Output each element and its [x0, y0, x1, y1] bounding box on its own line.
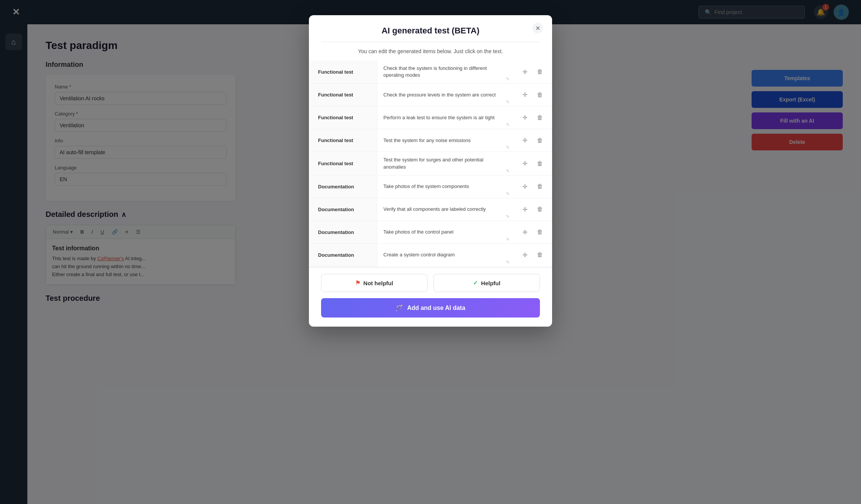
- delete-row-icon[interactable]: 🗑: [534, 66, 546, 78]
- test-category: Functional test: [309, 106, 377, 129]
- test-desc-text: Verify that all components are labeled c…: [383, 206, 506, 213]
- test-description[interactable]: Take photos of the system components ✎: [377, 175, 513, 198]
- table-row: Documentation Take photos of the system …: [309, 175, 552, 198]
- drag-icon[interactable]: ✛: [519, 249, 531, 261]
- drag-icon[interactable]: ✛: [519, 112, 531, 124]
- edit-hint-icon: ✎: [506, 260, 510, 265]
- modal-divider: [321, 42, 540, 42]
- helpful-label: Helpful: [481, 280, 500, 286]
- not-helpful-icon: ⚑: [355, 280, 360, 286]
- test-description[interactable]: Create a system control diagram ✎: [377, 244, 513, 266]
- table-row: Functional test Perform a leak test to e…: [309, 106, 552, 129]
- test-category: Documentation: [309, 221, 377, 243]
- drag-icon[interactable]: ✛: [519, 180, 531, 193]
- test-description[interactable]: Check that the system is functioning in …: [377, 60, 513, 83]
- table-row: Functional test Check that the system is…: [309, 60, 552, 84]
- test-description[interactable]: Test the system for any noise emissions …: [377, 129, 513, 152]
- test-description[interactable]: Take photos of the control panel ✎: [377, 221, 513, 243]
- table-row: Documentation Verify that all components…: [309, 198, 552, 221]
- table-row: Documentation Create a system control di…: [309, 244, 552, 267]
- test-desc-text: Perform a leak test to ensure the system…: [383, 114, 506, 121]
- test-desc-text: Check that the system is functioning in …: [383, 65, 506, 79]
- edit-hint-icon: ✎: [506, 145, 510, 150]
- test-row-actions: ✛ 🗑: [513, 221, 552, 243]
- test-row-actions: ✛ 🗑: [513, 60, 552, 83]
- test-desc-text: Test the system for any noise emissions: [383, 137, 506, 144]
- test-description[interactable]: Perform a leak test to ensure the system…: [377, 106, 513, 129]
- drag-icon[interactable]: ✛: [519, 134, 531, 147]
- drag-icon[interactable]: ✛: [519, 203, 531, 215]
- modal-title: AI generated test (BETA): [321, 26, 540, 36]
- table-row: Documentation Take photos of the control…: [309, 221, 552, 244]
- test-row-actions: ✛ 🗑: [513, 84, 552, 106]
- edit-hint-icon: ✎: [506, 237, 510, 242]
- test-description[interactable]: Ensure that a complete system documentat…: [377, 267, 513, 267]
- modal-subtitle: You can edit the generated items below. …: [321, 48, 540, 54]
- delete-row-icon[interactable]: 🗑: [534, 203, 546, 215]
- drag-icon[interactable]: ✛: [519, 66, 531, 78]
- delete-row-icon[interactable]: 🗑: [534, 89, 546, 101]
- modal-header: AI generated test (BETA) ✕ You can edit …: [309, 15, 552, 60]
- not-helpful-label: Not helpful: [363, 280, 393, 286]
- helpful-button[interactable]: ✓ Helpful: [434, 274, 540, 292]
- not-helpful-button[interactable]: ⚑ Not helpful: [321, 274, 427, 292]
- edit-hint-icon: ✎: [506, 169, 510, 174]
- drag-icon[interactable]: ✛: [519, 226, 531, 238]
- delete-row-icon[interactable]: 🗑: [534, 158, 546, 170]
- test-row-actions: ✛ 🗑: [513, 175, 552, 198]
- test-category: Documentation: [309, 244, 377, 266]
- test-category: Functional test: [309, 60, 377, 83]
- test-desc-text: Take photos of the control panel: [383, 229, 506, 235]
- table-row: Functional test Check the pressure level…: [309, 84, 552, 106]
- table-row: Functional test Test the system for any …: [309, 129, 552, 152]
- test-category: Documentation: [309, 175, 377, 198]
- test-category: Functional test: [309, 152, 377, 175]
- test-row-actions: ✛ 🗑: [513, 106, 552, 129]
- test-row-actions: ✛ 🗑: [513, 129, 552, 152]
- delete-row-icon[interactable]: 🗑: [534, 134, 546, 147]
- edit-hint-icon: ✎: [506, 77, 510, 82]
- test-desc-text: Check the pressure levels in the system …: [383, 92, 506, 98]
- edit-hint-icon: ✎: [506, 122, 510, 127]
- delete-row-icon[interactable]: 🗑: [534, 226, 546, 238]
- edit-hint-icon: ✎: [506, 214, 510, 219]
- test-row-actions: ✛ 🗑: [513, 244, 552, 266]
- helpful-icon: ✓: [473, 280, 478, 286]
- test-desc-text: Take photos of the system components: [383, 183, 506, 190]
- test-description[interactable]: Check the pressure levels in the system …: [377, 84, 513, 106]
- edit-hint-icon: ✎: [506, 191, 510, 196]
- modal-close-button[interactable]: ✕: [532, 23, 543, 33]
- drag-icon[interactable]: ✛: [519, 89, 531, 101]
- table-row: Functional test Test the system for surg…: [309, 152, 552, 175]
- modal-footer: ⚑ Not helpful ✓ Helpful: [309, 267, 552, 298]
- modal-body: Functional test Check that the system is…: [309, 60, 552, 267]
- ai-modal: AI generated test (BETA) ✕ You can edit …: [309, 15, 552, 327]
- add-ai-icon: 🪄: [396, 304, 403, 311]
- drag-icon[interactable]: ✛: [519, 158, 531, 170]
- test-row-actions: ✛ 🗑: [513, 198, 552, 221]
- test-category: Documentation: [309, 198, 377, 221]
- test-row-actions: ✛ 🗑: [513, 152, 552, 175]
- add-ai-label: Add and use AI data: [407, 305, 465, 311]
- test-description[interactable]: Verify that all components are labeled c…: [377, 198, 513, 221]
- add-ai-button[interactable]: 🪄 Add and use AI data: [321, 298, 540, 318]
- delete-row-icon[interactable]: 🗑: [534, 180, 546, 193]
- delete-row-icon[interactable]: 🗑: [534, 249, 546, 261]
- delete-row-icon[interactable]: 🗑: [534, 112, 546, 124]
- test-category: Functional test: [309, 84, 377, 106]
- modal-overlay: AI generated test (BETA) ✕ You can edit …: [0, 0, 861, 504]
- edit-hint-icon: ✎: [506, 100, 510, 104]
- test-desc-text: Create a system control diagram: [383, 251, 506, 258]
- test-description[interactable]: Test the system for surges and other pot…: [377, 152, 513, 175]
- test-category: Functional test: [309, 129, 377, 152]
- test-desc-text: Test the system for surges and other pot…: [383, 156, 506, 170]
